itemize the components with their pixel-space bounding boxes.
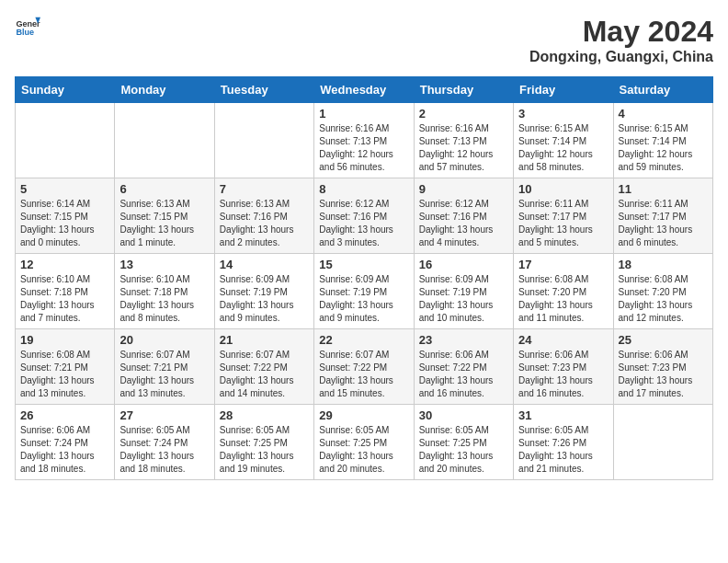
day-number: 28 xyxy=(220,408,309,422)
day-info: Sunrise: 6:06 AM Sunset: 7:23 PM Dayligh… xyxy=(518,349,608,400)
day-info: Sunrise: 6:16 AM Sunset: 7:13 PM Dayligh… xyxy=(319,122,408,174)
day-info: Sunrise: 6:08 AM Sunset: 7:20 PM Dayligh… xyxy=(518,273,608,325)
day-info: Sunrise: 6:05 AM Sunset: 7:25 PM Dayligh… xyxy=(319,424,408,476)
day-info: Sunrise: 6:09 AM Sunset: 7:19 PM Dayligh… xyxy=(220,273,309,325)
calendar-cell xyxy=(214,103,313,178)
day-info: Sunrise: 6:06 AM Sunset: 7:22 PM Dayligh… xyxy=(419,349,508,400)
day-info: Sunrise: 6:07 AM Sunset: 7:21 PM Dayligh… xyxy=(119,349,209,400)
day-number: 8 xyxy=(319,182,408,196)
location: Dongxing, Guangxi, China xyxy=(529,49,713,65)
col-header-thursday: Thursday xyxy=(414,77,513,103)
day-info: Sunrise: 6:06 AM Sunset: 7:23 PM Dayligh… xyxy=(619,349,708,400)
calendar-cell: 25Sunrise: 6:06 AM Sunset: 7:23 PM Dayli… xyxy=(613,329,712,405)
day-info: Sunrise: 6:12 AM Sunset: 7:16 PM Dayligh… xyxy=(319,198,408,249)
calendar-cell: 9Sunrise: 6:12 AM Sunset: 7:16 PM Daylig… xyxy=(414,178,513,254)
day-number: 23 xyxy=(419,333,508,347)
day-info: Sunrise: 6:07 AM Sunset: 7:22 PM Dayligh… xyxy=(319,349,408,400)
day-number: 21 xyxy=(220,333,309,347)
calendar-cell: 8Sunrise: 6:12 AM Sunset: 7:16 PM Daylig… xyxy=(314,178,414,254)
day-info: Sunrise: 6:15 AM Sunset: 7:14 PM Dayligh… xyxy=(518,122,608,174)
calendar-cell: 11Sunrise: 6:11 AM Sunset: 7:17 PM Dayli… xyxy=(613,178,712,254)
calendar-cell: 19Sunrise: 6:08 AM Sunset: 7:21 PM Dayli… xyxy=(16,329,115,405)
calendar-cell: 17Sunrise: 6:08 AM Sunset: 7:20 PM Dayli… xyxy=(514,254,613,329)
calendar-cell: 26Sunrise: 6:06 AM Sunset: 7:24 PM Dayli… xyxy=(16,405,115,480)
day-info: Sunrise: 6:08 AM Sunset: 7:21 PM Dayligh… xyxy=(20,349,109,400)
calendar-cell: 27Sunrise: 6:05 AM Sunset: 7:24 PM Dayli… xyxy=(115,405,214,480)
calendar-cell: 15Sunrise: 6:09 AM Sunset: 7:19 PM Dayli… xyxy=(314,254,414,329)
day-number: 14 xyxy=(220,258,309,271)
day-number: 24 xyxy=(518,333,608,347)
calendar-cell: 30Sunrise: 6:05 AM Sunset: 7:25 PM Dayli… xyxy=(414,405,513,480)
day-number: 6 xyxy=(119,182,209,196)
day-number: 15 xyxy=(319,258,408,271)
day-info: Sunrise: 6:10 AM Sunset: 7:18 PM Dayligh… xyxy=(119,273,209,325)
day-number: 25 xyxy=(619,333,708,347)
day-number: 10 xyxy=(518,182,608,196)
calendar-week-row: 5Sunrise: 6:14 AM Sunset: 7:15 PM Daylig… xyxy=(16,178,713,254)
calendar-cell xyxy=(16,103,115,178)
day-number: 9 xyxy=(419,182,508,196)
calendar-cell: 29Sunrise: 6:05 AM Sunset: 7:25 PM Dayli… xyxy=(314,405,414,480)
day-info: Sunrise: 6:13 AM Sunset: 7:16 PM Dayligh… xyxy=(220,198,309,249)
page-header: General Blue May 2024 Dongxing, Guangxi,… xyxy=(15,15,713,65)
calendar-cell xyxy=(613,405,712,480)
calendar-cell: 21Sunrise: 6:07 AM Sunset: 7:22 PM Dayli… xyxy=(214,329,313,405)
day-info: Sunrise: 6:05 AM Sunset: 7:25 PM Dayligh… xyxy=(419,424,508,476)
calendar-cell: 2Sunrise: 6:16 AM Sunset: 7:13 PM Daylig… xyxy=(414,103,513,178)
col-header-monday: Monday xyxy=(115,77,214,103)
day-number: 7 xyxy=(220,182,309,196)
col-header-wednesday: Wednesday xyxy=(314,77,414,103)
col-header-sunday: Sunday xyxy=(16,77,115,103)
day-number: 16 xyxy=(419,258,508,271)
day-number: 29 xyxy=(319,408,408,422)
calendar-week-row: 19Sunrise: 6:08 AM Sunset: 7:21 PM Dayli… xyxy=(16,329,713,405)
month-year: May 2024 xyxy=(529,15,713,49)
day-number: 4 xyxy=(619,107,708,121)
calendar-cell: 10Sunrise: 6:11 AM Sunset: 7:17 PM Dayli… xyxy=(514,178,613,254)
calendar-cell: 5Sunrise: 6:14 AM Sunset: 7:15 PM Daylig… xyxy=(16,178,115,254)
title-block: May 2024 Dongxing, Guangxi, China xyxy=(529,15,713,65)
calendar-cell: 14Sunrise: 6:09 AM Sunset: 7:19 PM Dayli… xyxy=(214,254,313,329)
day-number: 31 xyxy=(518,408,608,422)
col-header-tuesday: Tuesday xyxy=(214,77,313,103)
calendar-week-row: 1Sunrise: 6:16 AM Sunset: 7:13 PM Daylig… xyxy=(16,103,713,178)
day-info: Sunrise: 6:15 AM Sunset: 7:14 PM Dayligh… xyxy=(619,122,708,174)
day-info: Sunrise: 6:11 AM Sunset: 7:17 PM Dayligh… xyxy=(619,198,708,249)
day-number: 3 xyxy=(518,107,608,121)
calendar-cell: 18Sunrise: 6:08 AM Sunset: 7:20 PM Dayli… xyxy=(613,254,712,329)
day-number: 18 xyxy=(619,258,708,271)
calendar-cell: 13Sunrise: 6:10 AM Sunset: 7:18 PM Dayli… xyxy=(115,254,214,329)
day-info: Sunrise: 6:13 AM Sunset: 7:15 PM Dayligh… xyxy=(119,198,209,249)
day-info: Sunrise: 6:10 AM Sunset: 7:18 PM Dayligh… xyxy=(20,273,109,325)
calendar-week-row: 12Sunrise: 6:10 AM Sunset: 7:18 PM Dayli… xyxy=(16,254,713,329)
day-number: 2 xyxy=(419,107,508,121)
calendar-week-row: 26Sunrise: 6:06 AM Sunset: 7:24 PM Dayli… xyxy=(16,405,713,480)
day-number: 19 xyxy=(20,333,109,347)
day-info: Sunrise: 6:11 AM Sunset: 7:17 PM Dayligh… xyxy=(518,198,608,249)
calendar-cell: 16Sunrise: 6:09 AM Sunset: 7:19 PM Dayli… xyxy=(414,254,513,329)
day-number: 30 xyxy=(419,408,508,422)
day-number: 12 xyxy=(20,258,109,271)
svg-text:Blue: Blue xyxy=(16,28,34,37)
day-info: Sunrise: 6:07 AM Sunset: 7:22 PM Dayligh… xyxy=(220,349,309,400)
calendar-cell: 28Sunrise: 6:05 AM Sunset: 7:25 PM Dayli… xyxy=(214,405,313,480)
day-info: Sunrise: 6:09 AM Sunset: 7:19 PM Dayligh… xyxy=(319,273,408,325)
day-number: 11 xyxy=(619,182,708,196)
calendar-cell: 22Sunrise: 6:07 AM Sunset: 7:22 PM Dayli… xyxy=(314,329,414,405)
day-info: Sunrise: 6:05 AM Sunset: 7:25 PM Dayligh… xyxy=(220,424,309,476)
day-info: Sunrise: 6:05 AM Sunset: 7:24 PM Dayligh… xyxy=(119,424,209,476)
calendar-cell: 6Sunrise: 6:13 AM Sunset: 7:15 PM Daylig… xyxy=(115,178,214,254)
day-number: 26 xyxy=(20,408,109,422)
calendar-cell: 31Sunrise: 6:05 AM Sunset: 7:26 PM Dayli… xyxy=(514,405,613,480)
calendar-cell: 4Sunrise: 6:15 AM Sunset: 7:14 PM Daylig… xyxy=(613,103,712,178)
day-info: Sunrise: 6:14 AM Sunset: 7:15 PM Dayligh… xyxy=(20,198,109,249)
calendar-cell: 12Sunrise: 6:10 AM Sunset: 7:18 PM Dayli… xyxy=(16,254,115,329)
calendar-cell: 1Sunrise: 6:16 AM Sunset: 7:13 PM Daylig… xyxy=(314,103,414,178)
logo-icon: General Blue xyxy=(15,15,40,40)
col-header-saturday: Saturday xyxy=(613,77,712,103)
day-info: Sunrise: 6:06 AM Sunset: 7:24 PM Dayligh… xyxy=(20,424,109,476)
day-number: 22 xyxy=(319,333,408,347)
day-info: Sunrise: 6:16 AM Sunset: 7:13 PM Dayligh… xyxy=(419,122,508,174)
calendar-header-row: SundayMondayTuesdayWednesdayThursdayFrid… xyxy=(16,77,713,103)
calendar-cell: 23Sunrise: 6:06 AM Sunset: 7:22 PM Dayli… xyxy=(414,329,513,405)
